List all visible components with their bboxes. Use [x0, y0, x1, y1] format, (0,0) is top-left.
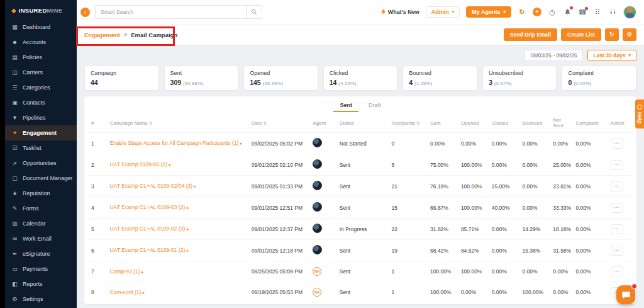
cell-sent: 66.67%: [427, 197, 458, 219]
column-header-recipients[interactable]: Recipients⇅: [389, 112, 428, 133]
sidebar-item-policies[interactable]: ▤Policies: [5, 50, 77, 65]
quick-range-dropdown[interactable]: Last 30 days ▾: [587, 50, 636, 61]
sidebar-item-pipelines[interactable]: ▼Pipelines: [5, 110, 77, 125]
cell-date: 08/25/2025 05:09 PM: [248, 261, 310, 282]
search-input[interactable]: [95, 5, 246, 19]
expand-arrow-icon[interactable]: ▸: [194, 184, 197, 188]
cell-date: 09/01/2025 01:33 PM: [248, 176, 310, 197]
admin-dropdown[interactable]: Admin ▾: [426, 6, 460, 18]
history-icon[interactable]: ◷: [548, 9, 557, 16]
sidebar-item-dashboard[interactable]: ▦Dashboard: [5, 20, 77, 35]
column-header-name[interactable]: Campaign Name⇅: [107, 112, 248, 133]
sidebar-item-reputation[interactable]: ★Reputation: [5, 186, 77, 201]
campaign-name-link[interactable]: UAT Ecamp CL+AL 0109-01 (2) ▸: [110, 247, 189, 253]
row-action-button[interactable]: ⋯: [611, 139, 623, 149]
user-avatar[interactable]: [623, 6, 636, 19]
stat-percent: (90.88%): [183, 81, 203, 86]
campaign-name-link[interactable]: Camp-93 (1) ▸: [110, 268, 144, 275]
refresh-icon[interactable]: ↻: [518, 9, 526, 16]
campaign-name-link[interactable]: UAT Ecamp CL+AL 0109-02 (3) ▸: [110, 225, 189, 232]
help-tab[interactable]: Help: [635, 100, 644, 128]
whats-new-link[interactable]: What's New: [380, 8, 419, 16]
breadcrumb-section-link[interactable]: Engagement: [84, 31, 120, 38]
settings-gear-button[interactable]: ⚙: [623, 28, 636, 41]
tab-sent[interactable]: Sent: [333, 98, 358, 112]
send-drip-email-button[interactable]: Send Drip Email: [504, 28, 557, 41]
sidebar-item-accounts[interactable]: ☻Accounts: [5, 35, 77, 50]
campaign-name-link[interactable]: Com-cont (1) ▸: [110, 289, 145, 295]
campaign-name-link[interactable]: UAT Ecamp CL+AL 0109-03 (2) ▸: [110, 204, 189, 210]
row-action-button[interactable]: ⋯: [611, 246, 623, 256]
search-button[interactable]: [246, 5, 262, 19]
sidebar-item-engagement[interactable]: ✦Engagement: [5, 125, 77, 140]
quick-range-label: Last 30 days: [593, 52, 625, 59]
expand-arrow-icon[interactable]: ▸: [187, 248, 189, 253]
expand-arrow-icon[interactable]: ▸: [143, 290, 145, 295]
agent-avatar: [313, 159, 322, 169]
refresh-list-button[interactable]: ↻: [605, 28, 619, 41]
cell-complaint: 0.00%: [572, 133, 607, 154]
sidebar-item-work-email[interactable]: ✉Work Email: [5, 231, 77, 246]
stat-card-sent[interactable]: Sent309 (90.88%): [164, 66, 239, 91]
cell-agent: [309, 154, 336, 176]
chat-widget-button[interactable]: [616, 285, 635, 304]
stat-card-clicked[interactable]: Clicked14 (4.53%): [323, 66, 398, 91]
sidebar-item-tasklist[interactable]: ☑Tasklist: [5, 140, 77, 156]
notifications-bell-icon[interactable]: [563, 8, 572, 16]
cell-agent: [309, 133, 336, 154]
sidebar-item-calendar[interactable]: ▥Calendar: [5, 216, 77, 231]
stat-card-unsubscribed[interactable]: Unsubscribed3 (0.97%): [482, 66, 557, 91]
sidebar-item-esignature[interactable]: ✒eSignature: [5, 246, 77, 261]
sidebar-item-payments[interactable]: ▭Payments: [5, 261, 77, 277]
row-action-button[interactable]: ⋯: [611, 203, 623, 213]
tab-draft[interactable]: Draft: [362, 98, 387, 112]
sidebar-item-carriers[interactable]: ◫Carriers: [5, 65, 77, 80]
chevron-down-icon: ▾: [628, 53, 631, 58]
dialpad-icon[interactable]: ⠿: [593, 9, 602, 16]
cell-recipients: 0: [389, 133, 428, 154]
stat-card-complaint[interactable]: Complaint0 (0.00%): [562, 66, 636, 91]
breadcrumb-actions: Send Drip Email Create List ↻ ⚙: [504, 28, 636, 41]
expand-arrow-icon[interactable]: ▸: [142, 270, 144, 274]
row-action-button[interactable]: ⋯: [611, 181, 623, 191]
cell-not_sent: 31.58%: [550, 240, 572, 261]
stat-card-campaign[interactable]: Campaign44: [84, 66, 159, 91]
sort-icon: ⇅: [264, 121, 267, 125]
topbar: ‹ What's New Admin ▾: [77, 0, 644, 24]
phone-icon[interactable]: ☎: [578, 9, 587, 16]
sidebar-collapse-button[interactable]: ‹: [80, 8, 90, 17]
expand-arrow-icon[interactable]: ▸: [169, 163, 171, 167]
sidebar-item-document-manager[interactable]: ▢Document Manager: [5, 171, 77, 186]
campaign-name-link[interactable]: Enable Stage Access for All Campaign Par…: [110, 140, 242, 146]
cell-status: In Progress: [336, 219, 389, 240]
column-header-bounced: Bounced: [519, 112, 550, 133]
help-icon: [637, 105, 642, 110]
breadcrumb-page-title: Email Campaign: [131, 31, 177, 38]
headset-icon[interactable]: [608, 8, 617, 16]
expand-arrow-icon[interactable]: ▸: [240, 141, 243, 145]
breadcrumb-separator: >: [124, 31, 127, 38]
sidebar-item-forms[interactable]: ✎Forms: [5, 201, 77, 216]
campaign-name-link[interactable]: UAT Ecamp 0109-05 (2) ▸: [110, 161, 171, 168]
sidebar-item-reports[interactable]: ◧Reports: [5, 277, 77, 292]
column-header-date[interactable]: Date⇅: [248, 112, 310, 133]
campaign-name-link[interactable]: UAT Ecamp CL+AL 0109-02/04 (3) ▸: [110, 183, 196, 189]
cell-status: Not Started: [336, 133, 389, 154]
sidebar-item-settings[interactable]: ⚙Settings: [5, 292, 77, 307]
row-action-button[interactable]: ⋯: [611, 266, 623, 277]
date-range-field[interactable]: 08/03/25 - 09/02/25: [525, 50, 584, 61]
sidebar-item-opportunities[interactable]: ⇗Opportunities: [5, 156, 77, 171]
sidebar-item-categories[interactable]: ☰Categories: [5, 80, 77, 95]
cell-num: 6: [88, 240, 107, 261]
stat-card-opened[interactable]: Opened145 (46.93%): [243, 66, 318, 91]
create-list-button[interactable]: Create List: [561, 28, 601, 41]
quick-add-button[interactable]: +: [533, 8, 541, 16]
sidebar-item-contacts[interactable]: ▣Contacts: [5, 95, 77, 110]
stat-card-bounced[interactable]: Bounced4 (1.29%): [402, 66, 477, 91]
row-action-button[interactable]: ⋯: [611, 160, 623, 170]
expand-arrow-icon[interactable]: ▸: [187, 227, 189, 231]
row-action-button[interactable]: ⋯: [611, 224, 623, 234]
expand-arrow-icon[interactable]: ▸: [187, 205, 189, 210]
cell-status: Sent: [336, 176, 389, 197]
my-agents-button[interactable]: My Agents ▾: [466, 6, 511, 18]
